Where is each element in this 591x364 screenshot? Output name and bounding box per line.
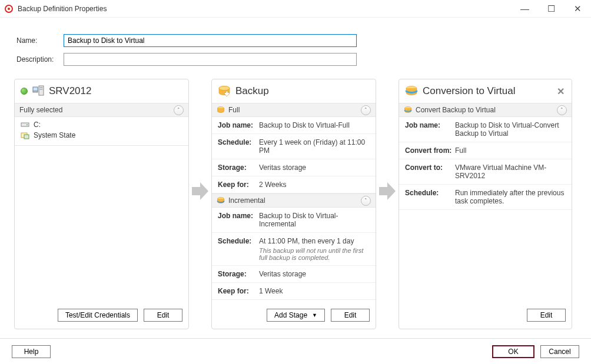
- source-edit-button[interactable]: Edit: [144, 309, 182, 322]
- incremental-section-header[interactable]: Incremental ˄: [212, 193, 376, 208]
- kv-value: Every 1 week on (Friday) at 11:00 PM: [259, 138, 370, 155]
- arrow-icon: [376, 182, 399, 200]
- kv-value: 2 Weeks: [259, 181, 286, 189]
- source-section-label: Fully selected: [19, 106, 62, 114]
- ok-button[interactable]: OK: [492, 345, 534, 358]
- system-state-icon: [21, 131, 30, 139]
- svg-rect-5: [21, 123, 29, 126]
- kv-key: Storage:: [218, 270, 259, 278]
- backup-panel: Backup Full ˄ Job name:Backup to Disk to…: [211, 79, 376, 329]
- minimize-button[interactable]: —: [512, 0, 538, 18]
- kv-value: Run immediately after the previous task …: [455, 189, 566, 205]
- name-label: Name:: [16, 36, 64, 45]
- svg-marker-9: [192, 182, 208, 200]
- close-icon[interactable]: ✕: [557, 86, 565, 97]
- svg-rect-0: [33, 87, 38, 91]
- description-input[interactable]: [64, 53, 357, 66]
- kv-value: VMware Virtual Machine VM-SRV2012: [455, 163, 566, 180]
- svg-rect-3: [40, 87, 43, 88]
- conversion-title: Conversion to Virtual: [423, 85, 516, 97]
- kv-row: Job name:Backup to Disk to Virtual-Incre…: [212, 208, 376, 233]
- close-button[interactable]: ✕: [565, 0, 591, 18]
- kv-value: Backup to Disk to Virtual-Full: [259, 121, 350, 129]
- schedule-note: This backup will not run until the first…: [259, 247, 370, 261]
- source-header: SRV2012: [15, 79, 188, 103]
- svg-rect-6: [26, 125, 28, 126]
- titlebar: Backup Definition Properties — ☐ ✕: [0, 0, 591, 18]
- kv-row: Storage:Veritas storage: [212, 266, 376, 283]
- kv-value: Veritas storage: [259, 163, 306, 172]
- kv-value: At 11:00 PM, then every 1 dayThis backup…: [259, 237, 370, 261]
- svg-marker-14: [379, 182, 396, 200]
- app-icon: [5, 5, 13, 13]
- convert-section-header[interactable]: Convert Backup to Virtual ˄: [399, 103, 572, 117]
- convert-section-icon: [404, 106, 412, 114]
- kv-key: Keep for:: [218, 181, 259, 189]
- form-area: Name: Description:: [0, 18, 591, 76]
- svg-point-11: [219, 86, 230, 91]
- server-name: SRV2012: [49, 85, 91, 97]
- incremental-section-label: Incremental: [228, 196, 265, 205]
- chevron-up-icon: ˄: [557, 105, 567, 115]
- kv-row: Convert from:Full: [399, 142, 572, 159]
- kv-key: Job name:: [218, 212, 259, 220]
- window-title: Backup Definition Properties: [18, 5, 107, 13]
- drive-icon: [21, 121, 30, 129]
- server-status-icon: [21, 88, 28, 95]
- kv-row: Storage:Veritas storage: [212, 159, 376, 176]
- help-button[interactable]: Help: [12, 345, 51, 358]
- kv-key: Job name:: [218, 121, 259, 129]
- tree-item-label: C:: [34, 121, 41, 129]
- convert-section-label: Convert Backup to Virtual: [416, 106, 496, 114]
- kv-key: Storage:: [218, 163, 259, 172]
- kv-row: Keep for:1 Week: [212, 283, 376, 300]
- kv-value: Full: [455, 146, 466, 155]
- maximize-button[interactable]: ☐: [538, 0, 565, 18]
- svg-rect-8: [24, 135, 29, 139]
- backup-header: Backup: [212, 79, 376, 103]
- description-label: Description:: [16, 55, 64, 64]
- kv-key: Schedule:: [218, 237, 259, 245]
- kv-key: Convert to:: [405, 163, 455, 172]
- svg-rect-4: [40, 89, 43, 90]
- backup-edit-button[interactable]: Edit: [331, 309, 370, 322]
- conversion-edit-button[interactable]: Edit: [527, 309, 566, 322]
- chevron-up-icon: ˄: [361, 105, 371, 115]
- source-tree: C: System State: [15, 117, 188, 146]
- kv-key: Keep for:: [218, 287, 259, 295]
- full-section-label: Full: [228, 106, 240, 114]
- cancel-button[interactable]: Cancel: [540, 345, 579, 358]
- incremental-backup-icon: [217, 196, 225, 205]
- arrow-icon: [189, 182, 211, 200]
- full-backup-icon: [217, 106, 225, 114]
- source-section-header[interactable]: Fully selected ˄: [15, 103, 188, 117]
- server-icon: [32, 85, 45, 98]
- tree-item[interactable]: System State: [21, 130, 182, 141]
- tree-item-label: System State: [34, 131, 75, 139]
- kv-value: Veritas storage: [259, 270, 306, 278]
- full-section-header[interactable]: Full ˄: [212, 103, 376, 117]
- kv-row: Schedule:Every 1 week on (Friday) at 11:…: [212, 134, 376, 159]
- tree-item[interactable]: C:: [21, 119, 182, 130]
- kv-row: Job name:Backup to Disk to Virtual-Conve…: [399, 117, 572, 142]
- chevron-up-icon: ˄: [361, 196, 371, 206]
- kv-row: Convert to:VMware Virtual Machine VM-SRV…: [399, 159, 572, 185]
- add-stage-button[interactable]: Add Stage▼: [267, 309, 325, 322]
- kv-value: Backup to Disk to Virtual-Convert Backup…: [455, 121, 566, 138]
- chevron-up-icon: ˄: [174, 105, 184, 115]
- test-edit-credentials-button[interactable]: Test/Edit Credentials: [58, 309, 138, 322]
- source-panel: SRV2012 Fully selected ˄ C: System State…: [14, 79, 189, 329]
- kv-row: Keep for:2 Weeks: [212, 176, 376, 193]
- kv-key: Schedule:: [218, 138, 259, 146]
- backup-icon: [218, 85, 232, 97]
- kv-key: Schedule:: [405, 189, 455, 197]
- backup-title: Backup: [235, 85, 269, 97]
- kv-row: Schedule:At 11:00 PM, then every 1 dayTh…: [212, 233, 376, 266]
- kv-value: Backup to Disk to Virtual-Incremental: [259, 212, 370, 228]
- kv-row: Job name:Backup to Disk to Virtual-Full: [212, 117, 376, 134]
- kv-key: Job name:: [405, 121, 455, 129]
- kv-value: 1 Week: [259, 287, 283, 295]
- conversion-icon: [405, 85, 419, 97]
- name-input[interactable]: [64, 34, 357, 47]
- bottom-bar: Help OK Cancel: [0, 338, 591, 364]
